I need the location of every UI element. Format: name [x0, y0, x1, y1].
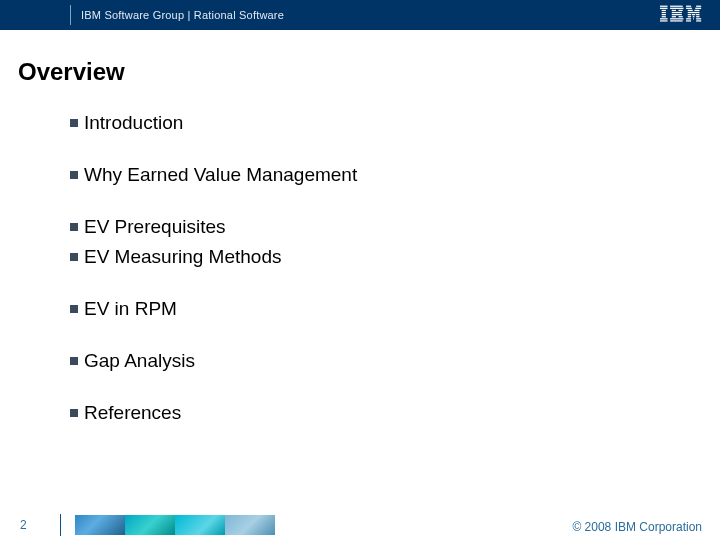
page-number: 2 — [0, 518, 60, 532]
svg-rect-21 — [695, 8, 701, 9]
slide: IBM Software Group | Rational Software — [0, 0, 720, 540]
svg-rect-13 — [672, 14, 682, 15]
art-segment — [75, 515, 125, 535]
header-divider — [70, 5, 71, 25]
svg-rect-34 — [686, 20, 691, 21]
svg-rect-35 — [696, 20, 701, 21]
bullet-list: Introduction Why Earned Value Management… — [18, 112, 720, 424]
list-item: References — [70, 402, 720, 424]
svg-rect-18 — [686, 6, 691, 7]
list-item: EV in RPM — [70, 298, 720, 320]
header-title: IBM Software Group | Rational Software — [81, 9, 284, 21]
art-segment — [225, 515, 275, 535]
bullet-icon — [70, 409, 78, 417]
bullet-icon — [70, 253, 78, 261]
header-bar: IBM Software Group | Rational Software — [0, 0, 720, 30]
svg-rect-22 — [688, 10, 693, 11]
svg-rect-6 — [660, 18, 668, 19]
art-segment — [175, 515, 225, 535]
svg-rect-9 — [670, 8, 683, 9]
svg-rect-19 — [696, 6, 701, 7]
svg-rect-29 — [693, 16, 695, 17]
svg-rect-16 — [670, 18, 683, 19]
svg-rect-24 — [688, 12, 700, 13]
list-item: Gap Analysis — [70, 350, 720, 372]
svg-rect-5 — [662, 16, 666, 17]
art-segment — [125, 515, 175, 535]
content-area: Overview Introduction Why Earned Value M… — [0, 30, 720, 424]
svg-rect-27 — [696, 14, 699, 15]
footer-divider — [60, 514, 61, 536]
list-item: Introduction — [70, 112, 720, 134]
svg-rect-12 — [672, 12, 682, 13]
copyright-text: © 2008 IBM Corporation — [572, 520, 702, 534]
list-item: EV Measuring Methods — [70, 246, 720, 268]
page-title: Overview — [18, 58, 720, 86]
bullet-text: EV Measuring Methods — [84, 246, 282, 268]
footer-bar: 2 © 2008 IBM Corporation — [0, 510, 720, 540]
svg-rect-33 — [696, 18, 701, 19]
svg-rect-32 — [693, 18, 694, 19]
svg-rect-14 — [672, 16, 676, 17]
svg-rect-17 — [670, 20, 683, 21]
svg-rect-23 — [694, 10, 699, 11]
svg-rect-15 — [678, 16, 682, 17]
svg-rect-0 — [660, 6, 668, 7]
svg-rect-3 — [662, 12, 666, 13]
svg-rect-28 — [688, 16, 691, 17]
svg-rect-11 — [678, 10, 682, 11]
ibm-logo-icon — [660, 5, 702, 27]
svg-rect-20 — [686, 8, 692, 9]
bullet-text: Introduction — [84, 112, 183, 134]
svg-rect-31 — [686, 18, 691, 19]
svg-rect-7 — [660, 20, 668, 21]
list-item: Why Earned Value Management — [70, 164, 720, 186]
bullet-icon — [70, 119, 78, 127]
bullet-icon — [70, 305, 78, 313]
bullet-text: EV Prerequisites — [84, 216, 226, 238]
bullet-text: Why Earned Value Management — [84, 164, 357, 186]
bullet-text: Gap Analysis — [84, 350, 195, 372]
svg-rect-4 — [662, 14, 666, 15]
svg-rect-10 — [672, 10, 676, 11]
svg-rect-8 — [670, 6, 683, 7]
list-item: EV Prerequisites — [70, 216, 720, 238]
bullet-icon — [70, 171, 78, 179]
bullet-text: EV in RPM — [84, 298, 177, 320]
bullet-icon — [70, 357, 78, 365]
svg-rect-30 — [696, 16, 699, 17]
bullet-text: References — [84, 402, 181, 424]
svg-rect-1 — [660, 8, 668, 9]
svg-rect-2 — [662, 10, 666, 11]
footer-art-strip — [75, 515, 275, 535]
bullet-icon — [70, 223, 78, 231]
svg-rect-25 — [688, 14, 691, 15]
svg-rect-26 — [692, 14, 695, 15]
